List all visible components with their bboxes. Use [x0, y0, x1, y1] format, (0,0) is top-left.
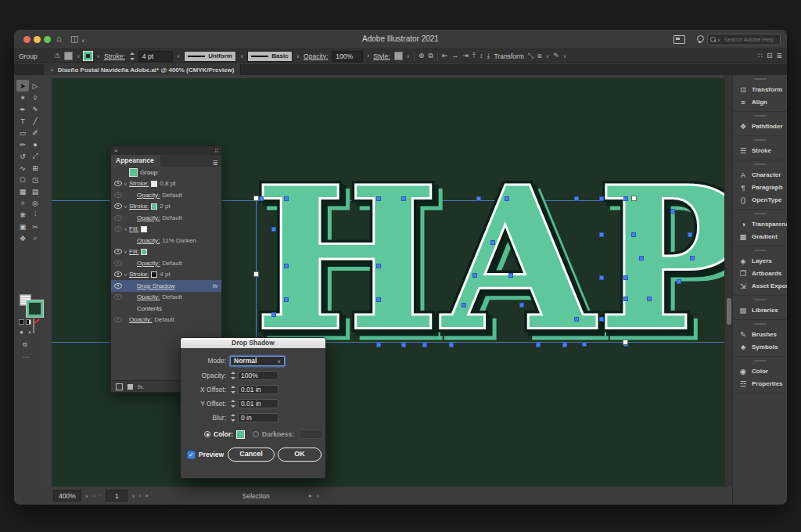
transform-link[interactable]: Transform — [494, 52, 523, 60]
symbol-sprayer-tool[interactable]: ❋ — [16, 209, 29, 221]
attribute-swatch[interactable] — [151, 203, 157, 210]
dock-item-symbols[interactable]: ♣Symbols — [733, 340, 787, 353]
shape-builder-tool[interactable]: ⬠ — [16, 174, 29, 185]
anchor-point[interactable] — [599, 317, 604, 322]
dock-item-transparency[interactable]: ◑Transparency — [733, 217, 787, 230]
attribute-label[interactable]: Opacity: — [137, 214, 160, 221]
visibility-eye-icon[interactable] — [114, 249, 122, 254]
document-setup-icon[interactable]: ⧉ — [428, 52, 433, 59]
eyedropper-tool[interactable]: ✧ — [16, 197, 29, 209]
appearance-row[interactable]: Drop Shadowfx — [111, 280, 221, 292]
visibility-eye-icon[interactable] — [114, 294, 122, 300]
chevron-down-icon[interactable]: ∨ — [563, 53, 566, 59]
slice-tool[interactable]: ✂ — [29, 221, 41, 232]
artboard-tool[interactable]: ▣ — [16, 221, 29, 232]
appearance-row[interactable]: Opacity:11% Darken — [111, 235, 221, 246]
previous-artboard-icon[interactable]: ‹ — [100, 492, 102, 499]
draw-normal-icon[interactable]: ● — [20, 329, 23, 336]
anchor-point[interactable] — [639, 256, 644, 261]
close-panel-icon[interactable]: × — [114, 147, 118, 154]
chevron-down-icon[interactable]: ∨ — [77, 53, 80, 59]
anchor-point[interactable] — [401, 196, 406, 201]
xoffset-field[interactable]: 0.01 in — [238, 385, 278, 394]
pencil-tool[interactable]: ✏ — [16, 138, 29, 150]
appearance-row[interactable]: Opacity:Default — [111, 189, 221, 201]
anchor-point[interactable] — [623, 196, 628, 201]
draw-behind-icon[interactable]: ◐ — [28, 329, 32, 336]
attribute-label[interactable]: Contents — [137, 305, 162, 312]
appearance-row[interactable]: Opacity:Default — [111, 315, 221, 326]
anchor-point[interactable] — [690, 256, 695, 261]
none-color-icon[interactable] — [33, 318, 34, 333]
anchor-point[interactable] — [284, 297, 289, 302]
line-segment-tool[interactable]: ╱ — [29, 115, 41, 127]
preview-checkbox[interactable]: ✓ — [187, 451, 196, 459]
dock-item-pathfinder[interactable]: ❖Pathfinder — [733, 120, 787, 132]
add-effect-icon[interactable]: fx. — [138, 383, 144, 390]
width-tool[interactable]: ∿ — [16, 162, 29, 174]
visibility-eye-icon[interactable] — [114, 317, 122, 322]
mesh-tool[interactable]: ▦ — [16, 185, 29, 197]
anchor-point[interactable] — [376, 196, 381, 201]
attribute-label[interactable]: Opacity: — [137, 260, 160, 267]
anchor-point[interactable] — [688, 232, 692, 237]
lasso-tool[interactable]: ◊ — [29, 92, 41, 103]
dock-item-brushes[interactable]: ✎Brushes — [733, 328, 787, 340]
opacity-value[interactable]: 100% — [332, 51, 363, 62]
attribute-label[interactable]: Stroke: — [129, 203, 149, 210]
expand-chevron-icon[interactable]: ∨ — [122, 226, 129, 232]
curvature-tool[interactable]: ✎ — [29, 103, 41, 115]
first-artboard-icon[interactable]: « — [92, 492, 95, 499]
pen-tool[interactable]: ✒ — [16, 103, 29, 115]
artboard-number[interactable]: 1 — [106, 490, 128, 501]
anchor-point[interactable] — [574, 196, 579, 201]
anchor-point[interactable] — [476, 196, 481, 201]
attribute-label[interactable]: Fill: — [129, 248, 138, 255]
opacity-field[interactable]: 100% — [238, 371, 278, 380]
gradient-tool[interactable]: ▤ — [29, 185, 41, 197]
anchor-point[interactable] — [284, 264, 289, 268]
chevron-down-icon[interactable]: ∨ — [131, 493, 135, 498]
anchor-point[interactable] — [472, 273, 477, 278]
new-stroke-icon[interactable] — [116, 383, 123, 390]
dock-item-opentype[interactable]: ()OpenType — [733, 193, 787, 206]
anchor-point[interactable] — [631, 232, 636, 237]
expand-chevron-icon[interactable]: ∨ — [122, 203, 129, 209]
direct-selection-tool[interactable]: ▷ — [29, 80, 41, 92]
attribute-swatch[interactable] — [141, 249, 147, 255]
dock-item-gradient[interactable]: ▩Gradient — [733, 230, 787, 243]
align-center-icon[interactable]: ↔ — [451, 52, 458, 59]
chevron-down-icon[interactable]: ∨ — [240, 53, 243, 59]
field-stepper[interactable] — [230, 414, 235, 422]
dock-item-align[interactable]: ≡Align — [733, 95, 787, 108]
close-tab-icon[interactable]: × — [50, 66, 54, 74]
appearance-row[interactable]: Contents — [111, 303, 221, 315]
cancel-button[interactable]: Cancel — [228, 448, 275, 462]
chevron-down-icon[interactable]: ∨ — [296, 53, 300, 59]
blob-brush-tool[interactable]: ● — [29, 138, 41, 150]
dock-item-paragraph[interactable]: ¶Paragraph — [733, 181, 787, 193]
anchor-point[interactable] — [462, 303, 466, 307]
attribute-label[interactable]: Stroke: — [129, 271, 149, 278]
status-collapse-icon[interactable]: ◂ — [316, 492, 319, 499]
align-left-icon[interactable]: ⇤ — [442, 52, 448, 59]
attribute-label[interactable]: Group — [140, 169, 157, 176]
attribute-swatch[interactable] — [141, 226, 147, 232]
dock-item-transform[interactable]: ⊡Transform — [733, 83, 787, 95]
appearance-row[interactable]: Opacity:Default — [111, 257, 221, 269]
blend-tool[interactable]: ◎ — [29, 197, 41, 209]
dock-item-properties[interactable]: ☲Properties — [733, 377, 787, 390]
document-tab[interactable]: × Diseño Postal Navideña Adobe.ai* @ 400… — [44, 64, 241, 75]
field-stepper[interactable] — [230, 386, 235, 394]
darkness-radio[interactable] — [253, 431, 259, 437]
brush-dropdown[interactable]: Basic — [247, 51, 292, 62]
style-link[interactable]: Style: — [373, 52, 390, 60]
chevron-down-icon[interactable]: ∨ — [546, 53, 549, 59]
color-radio[interactable] — [204, 431, 210, 437]
stroke-color-swatch[interactable] — [84, 52, 92, 60]
default-colors-icon[interactable] — [19, 319, 24, 325]
anchor-point[interactable] — [623, 275, 628, 280]
visibility-eye-icon[interactable] — [114, 226, 122, 232]
rectangle-tool[interactable]: ▭ — [16, 127, 29, 138]
edit-toolbar-icon[interactable]: ✎ — [553, 52, 559, 59]
